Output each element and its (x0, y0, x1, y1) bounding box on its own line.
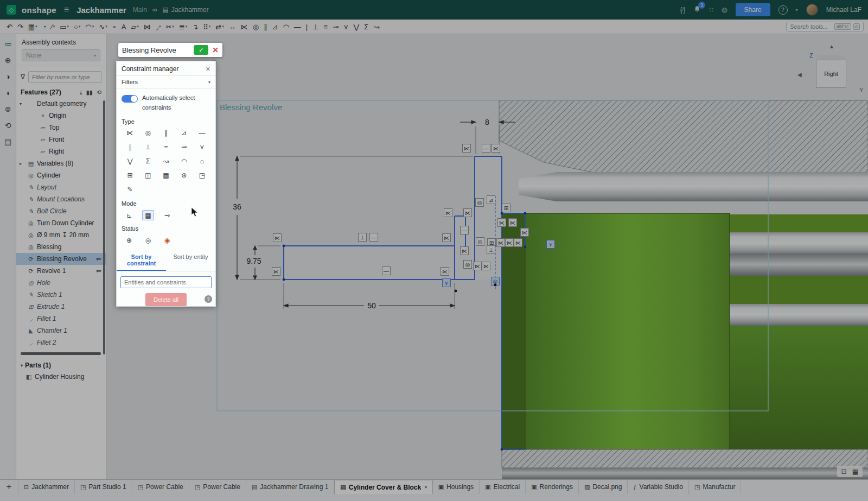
inspect-icon[interactable]: ◔ (40, 21, 49, 33)
feature-extrude-1[interactable]: ⊞ Extrude 1 (16, 301, 106, 313)
feature-cylinder[interactable]: ◎ Cylinder (16, 169, 106, 181)
sketch-constraint-icon[interactable]: ⋉ (482, 262, 490, 270)
analysis-icon[interactable]: ⊚ (1, 103, 15, 116)
sketch-point[interactable] (501, 212, 503, 215)
section-hatch-bottom[interactable] (502, 449, 868, 479)
rollback-bar-icon[interactable]: ▮▮ (86, 89, 93, 96)
feature-blessing-revolve[interactable]: ⟳ Blessing Revolve ⇐ (16, 253, 106, 265)
sketch-constraint-icon[interactable]: ⋉ (463, 144, 471, 153)
perpendicular-icon[interactable]: ⊥ (142, 142, 154, 152)
mode-auto-icon[interactable]: ⊾ (123, 210, 135, 220)
transform-tool-icon[interactable]: ⇄ ▾ (213, 21, 226, 33)
sketch-point[interactable] (524, 246, 527, 249)
feature-revolve-1[interactable]: ⟳ Revolve 1 ⇐ (16, 265, 106, 277)
tab-power-cable-1[interactable]: ◳ Power Cable (132, 480, 189, 494)
feature-filter-input[interactable] (28, 71, 101, 83)
sketch-constraint-icon[interactable]: ⊥ (359, 233, 367, 242)
fillet-tool-icon[interactable]: ◞ ▾ (154, 21, 163, 33)
graphics-area[interactable]: Blessing Revolve (106, 34, 868, 479)
accept-button[interactable]: ✓ (194, 45, 208, 55)
status-ok-icon[interactable]: ◎ (142, 235, 154, 245)
mirror-tool-icon[interactable]: ⋈ (142, 21, 153, 33)
linear-pattern-icon[interactable]: ▦ (160, 170, 172, 180)
sketch-constraint-icon[interactable]: ⋉ (273, 234, 282, 242)
symmetric-icon[interactable]: ⋎ (196, 142, 208, 152)
view-cube-top-face[interactable] (816, 55, 846, 60)
tab-housings[interactable]: ▣ Housings (433, 480, 480, 494)
fix-icon[interactable]: ⋁ (124, 156, 136, 166)
dimension-tool-icon[interactable]: ↔ (227, 21, 238, 33)
search-tools-box[interactable]: alt/⌥ c (786, 22, 864, 31)
sketch-point[interactable] (494, 284, 497, 287)
sketch-constraint-icon[interactable]: — (382, 267, 391, 275)
user-avatar[interactable] (806, 4, 818, 16)
measure-icon[interactable]: ⊕ (1, 54, 15, 67)
status-zoom-icon[interactable]: ⊕ (123, 235, 135, 245)
normal-constraint-icon[interactable]: ⋁ (352, 21, 362, 33)
tangent-icon[interactable]: ⊿ (178, 128, 190, 138)
mode-link-icon[interactable]: ⊸ (161, 210, 173, 220)
point-tool-icon[interactable]: ∘ (110, 21, 119, 33)
app-store-icon[interactable]: ∷ (709, 6, 713, 14)
tab-sort-by-constraint[interactable]: Sort by constraint (117, 250, 166, 271)
feature-blessing[interactable]: ◎ Blessing (16, 241, 106, 253)
view-options-icon[interactable]: ▦ (852, 468, 858, 475)
tangent-constraint-icon[interactable]: ⊿ (270, 21, 280, 33)
sketch-constraint-icon[interactable]: ⋉ (464, 209, 472, 217)
horizontal-scrollbar[interactable] (21, 352, 101, 355)
notifications-bell-icon[interactable]: 1 (693, 5, 701, 15)
search-tools-input[interactable] (790, 23, 832, 30)
midpoint-constraint-icon[interactable]: ⊸ (330, 21, 341, 33)
vertical-scrollbar[interactable] (103, 100, 105, 354)
feature-right-plane[interactable]: ▱ Right (16, 145, 106, 157)
undo-icon[interactable]: ↶ (4, 21, 15, 33)
concentric-icon[interactable]: ◎ (142, 128, 154, 138)
sketch-constraint-icon[interactable]: ⋉ (497, 239, 505, 247)
offset-icon[interactable]: ◫ (142, 170, 154, 180)
mirror-icon[interactable]: ⊞ (124, 170, 136, 180)
auto-select-toggle[interactable] (122, 95, 138, 103)
sketch-constraint-icon[interactable]: ⋉ (492, 144, 500, 153)
constraint-manager-panel[interactable]: Constraint manager ✕ Filters ▾ Automatic… (116, 61, 216, 307)
mode-select-icon[interactable]: ▦ (142, 210, 154, 220)
globe-icon[interactable]: ◍ (722, 6, 727, 14)
tab-electrical[interactable]: ▣ Electrical (480, 480, 526, 494)
help-icon[interactable]: ? (778, 5, 788, 15)
spline-tool-icon[interactable]: ∿ ▾ (97, 21, 109, 33)
tab-decal-png[interactable]: ▨ Decal.png (579, 480, 628, 494)
sketch-constraint-icon[interactable]: ⋉ (461, 247, 469, 255)
bom-icon[interactable]: ▤ (1, 135, 15, 148)
main-menu-icon[interactable]: ≡ (64, 5, 69, 15)
rectangle-tool-icon[interactable]: ▭ ▾ (58, 21, 71, 33)
feature-bolt-circle[interactable]: ✎ Bolt Circle (16, 205, 106, 217)
circle-tool-icon[interactable]: ○ ▾ (72, 21, 82, 33)
insert-feature-icon[interactable]: ⤓ (80, 89, 82, 96)
part-cylinder-housing[interactable]: ◧ Cylinder Housing (16, 371, 106, 383)
arc-tool-icon[interactable]: ◠ ▾ (83, 21, 96, 33)
vertical-icon[interactable]: | (124, 142, 136, 152)
sketch-constraint-icon[interactable]: ◎ (476, 238, 484, 246)
sketch-constraint-icon[interactable]: ⋉ (272, 268, 280, 276)
pattern-tool-icon[interactable]: ⠿ ▾ (201, 21, 213, 33)
tab-jackhammer[interactable]: ⊡ Jackhammer (18, 480, 75, 494)
sketch-constraint-icon[interactable]: ⋉ (514, 239, 522, 247)
coincident-icon[interactable]: ⋉ (124, 128, 136, 138)
link-icon[interactable]: ∞ (152, 6, 157, 14)
sketch-point[interactable] (283, 278, 285, 281)
pattern-icon[interactable]: Σ (142, 156, 154, 166)
tab-cylinder-cover-block[interactable]: ▤ Cylinder Cover & Block ▾ (334, 480, 432, 494)
pierce-icon[interactable]: ⌂ (196, 156, 208, 166)
feature-hole-9mm[interactable]: ◎ Ø 9 mm ↧ 20 mm (16, 229, 106, 241)
slot-tool-icon[interactable]: ▱ ▾ (129, 21, 141, 33)
parallel-icon[interactable]: ∥ (160, 128, 172, 138)
text-tool-icon[interactable]: A (119, 21, 129, 33)
feature-dialog[interactable]: Blessing Revolve ✓ ✕ (118, 43, 222, 57)
sketch-constraint-icon[interactable]: — (482, 144, 490, 153)
horizontal-constraint-icon[interactable]: — (292, 21, 303, 33)
redo-icon[interactable]: ↷ (15, 21, 25, 33)
sketch-constraint-icon[interactable]: ⋉ (474, 262, 482, 270)
cylinder-housing-section[interactable] (502, 213, 730, 449)
filters-section[interactable]: Filters ▾ (117, 75, 215, 88)
sketch-constraint-icon[interactable]: ⋉ (509, 219, 517, 227)
status-warning-icon[interactable]: ◉ (161, 235, 173, 245)
